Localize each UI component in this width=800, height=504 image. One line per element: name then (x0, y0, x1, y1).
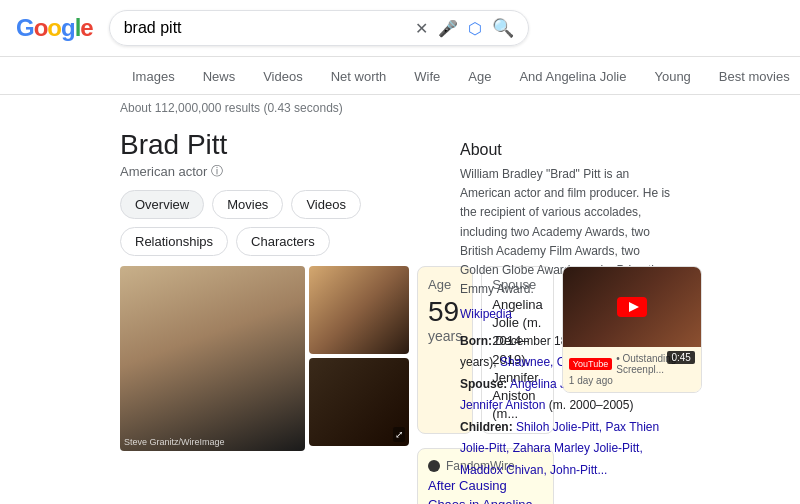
results-bar: About 112,000,000 results (0.43 seconds) (0, 95, 800, 121)
age-number: 59 (428, 296, 459, 327)
photo-2[interactable] (309, 266, 409, 354)
kp-title: Brad Pitt (120, 129, 436, 161)
video-time: 1 day ago (569, 375, 695, 386)
header: Google brad pitt ✕ 🎤 ⬡ 🔍 (0, 0, 800, 57)
nav-tabs: Images News Videos Net worth Wife Age An… (0, 57, 800, 95)
tab-images[interactable]: Images (120, 61, 187, 94)
clear-icon[interactable]: ✕ (415, 19, 428, 38)
tab-age[interactable]: Age (456, 61, 503, 94)
voice-icon[interactable]: 🎤 (438, 19, 458, 38)
pill-relationships[interactable]: Relationships (120, 227, 228, 256)
tab-wife[interactable]: Wife (402, 61, 452, 94)
age-label: Age (428, 277, 462, 292)
age-value-container: 59 years (428, 296, 462, 344)
video-thumbnail (563, 267, 701, 347)
photo-credit: Steve Granitz/WireImage (124, 437, 225, 447)
children-label: Children: (460, 420, 513, 434)
youtube-badge: YouTube (569, 358, 612, 370)
play-icon (617, 297, 647, 317)
tab-videos[interactable]: Videos (251, 61, 315, 94)
search-submit-icon[interactable]: 🔍 (492, 17, 514, 39)
spouse-dates-2: (m. 2000–2005) (549, 398, 634, 412)
tab-young[interactable]: Young (642, 61, 702, 94)
pill-overview[interactable]: Overview (120, 190, 204, 219)
left-column: Brad Pitt American actor ⓘ Overview Movi… (120, 129, 436, 504)
google-logo[interactable]: Google (16, 14, 93, 42)
video-duration: 0:45 (667, 351, 694, 364)
media-row: Steve Granitz/WireImage ⤢ Age (120, 266, 436, 504)
children-row: Children: Shiloh Jolie-Pitt, Pax Thien J… (460, 417, 680, 482)
tab-angelina[interactable]: And Angelina Jolie (507, 61, 638, 94)
video-card[interactable]: 0:45 YouTube • Outstanding Screenpl... 1… (562, 266, 702, 393)
wikipedia-link[interactable]: Wikipedia (460, 307, 512, 321)
tab-news[interactable]: News (191, 61, 248, 94)
tab-net-worth[interactable]: Net worth (319, 61, 399, 94)
image-grid: Steve Granitz/WireImage ⤢ (120, 266, 409, 504)
pill-movies[interactable]: Movies (212, 190, 283, 219)
search-icons: ✕ 🎤 ⬡ 🔍 (415, 17, 514, 39)
fandomwire-icon (428, 460, 440, 472)
spouse-link-2[interactable]: Jennifer Aniston (460, 398, 545, 412)
pills-bar: Overview Movies Videos Relationships Cha… (120, 190, 436, 256)
info-icon[interactable]: ⓘ (211, 163, 223, 180)
age-unit: years (428, 328, 462, 344)
about-title: About (460, 141, 680, 159)
born-label: Born: (460, 334, 492, 348)
search-bar: brad pitt ✕ 🎤 ⬡ 🔍 (109, 10, 529, 46)
search-input[interactable]: brad pitt (124, 19, 407, 37)
kp-subtitle-text: American actor (120, 164, 207, 179)
tab-best-movies[interactable]: Best movies (707, 61, 800, 94)
secondary-photos: ⤢ (309, 266, 409, 504)
kp-subtitle: American actor ⓘ (120, 163, 436, 180)
photo-3[interactable]: ⤢ (309, 358, 409, 446)
lens-icon[interactable]: ⬡ (468, 19, 482, 38)
results-count: About 112,000,000 results (0.43 seconds) (120, 101, 343, 115)
expand-icon[interactable]: ⤢ (393, 427, 405, 442)
main-photo[interactable]: Steve Granitz/WireImage (120, 266, 305, 451)
main-content: Brad Pitt American actor ⓘ Overview Movi… (0, 121, 800, 504)
spouse-label: Spouse: (460, 377, 507, 391)
pill-characters[interactable]: Characters (236, 227, 330, 256)
pill-videos[interactable]: Videos (291, 190, 361, 219)
